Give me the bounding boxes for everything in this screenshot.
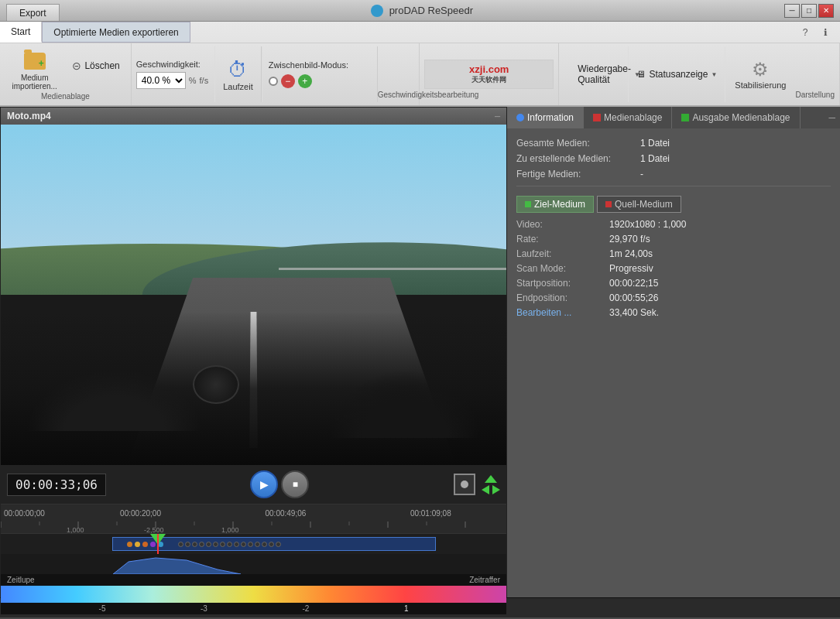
delete-button[interactable]: ⊝ Löschen <box>67 58 124 74</box>
minimize-button[interactable]: ─ <box>784 4 800 18</box>
right-panel-minimize[interactable]: ─ <box>824 107 840 128</box>
empty-dot-3 <box>192 542 197 547</box>
speed-row: 40.0 % % f/s <box>136 72 208 89</box>
rate-detail-value: 29,970 f/s <box>609 234 650 245</box>
play-button[interactable]: ▶ <box>250 470 278 498</box>
help-icon[interactable]: ? <box>797 24 814 41</box>
zeitraffer-label: Zeitraffer <box>469 576 500 584</box>
quell-medium-label: Quell-Medium <box>615 199 673 210</box>
empty-dot-14 <box>269 542 274 547</box>
ribbon-tab-start[interactable]: Start <box>0 22 42 43</box>
empty-dot-12 <box>255 542 260 547</box>
video-minimize-icon[interactable]: ─ <box>495 112 500 121</box>
speed-curve-row <box>1 554 506 574</box>
ribbon-tab-optimized[interactable]: Optimierte Medien exportieren <box>42 22 190 43</box>
time-display: 00:00:33;06 <box>7 474 106 496</box>
bearbeiten-detail-value: 33,400 Sek. <box>609 307 659 318</box>
speedometer <box>193 365 239 404</box>
tab-medienablage-label: Medienablage <box>604 112 662 123</box>
watermark-line1: xzji.com <box>431 63 547 75</box>
video-detail-label: Video: <box>516 219 609 230</box>
empty-dot-5 <box>206 542 211 547</box>
close-button[interactable]: ✕ <box>818 4 834 18</box>
nav-controls <box>482 475 500 494</box>
wiedergabe-button[interactable]: Wiedergabe-Qualität ▼ <box>571 62 620 87</box>
empty-dot-8 <box>227 542 232 547</box>
medium-tabs: Ziel-Medium Quell-Medium <box>516 196 831 213</box>
start-detail-value: 00:00:22;15 <box>609 278 658 289</box>
empty-dot-11 <box>248 542 253 547</box>
speed-gradient-section: Zeitlupe Zeitraffer -5 -3 -2 1 <box>1 574 506 614</box>
radio-off[interactable] <box>269 77 278 86</box>
laufzeit-button[interactable]: ⏱ Laufzeit <box>215 46 262 102</box>
end-detail-value: 00:00:55;26 <box>609 292 658 303</box>
ribbon: Start Optimierte Medien exportieren ? ℹ … <box>0 22 840 107</box>
restore-button[interactable]: □ <box>801 4 817 18</box>
nav-arrows-lr <box>482 485 500 494</box>
zu-erstellende-row: Zu erstellende Medien: 1 Datei <box>516 153 831 164</box>
zwischenbild-controls: − + <box>269 74 369 88</box>
timeline-tracks[interactable]: 1,000 -2,500 1,000 <box>1 522 506 574</box>
info-icon[interactable]: ℹ <box>817 24 834 41</box>
empty-dot-2 <box>185 542 190 547</box>
svg-text:-2,500: -2,500 <box>144 526 164 534</box>
rate-detail-label: Rate: <box>516 234 609 245</box>
zu-erstellende-label: Zu erstellende Medien: <box>516 153 640 164</box>
folder-icon-shape: + <box>24 53 46 70</box>
end-detail-label: Endposition: <box>516 292 609 303</box>
app-icon <box>371 5 383 17</box>
speed-dropdown[interactable]: 40.0 % <box>136 72 186 89</box>
video-title-bar: Moto.mp4 ─ <box>1 108 506 125</box>
ribbon-right-icons: ? ℹ <box>797 22 840 43</box>
toggle-minus-button[interactable]: − <box>281 74 295 88</box>
ribbon-group-darstellung: Wiedergabe-Qualität ▼ 🖥 Statusanzeige ▼ … <box>559 43 840 105</box>
stop-button[interactable]: ■ <box>281 470 309 498</box>
video-detail-value: 1920x1080 : 1,000 <box>609 219 686 230</box>
record-button[interactable] <box>454 474 475 495</box>
gesamte-value: 1 Datei <box>640 138 670 149</box>
tab-information[interactable]: Information <box>507 107 584 128</box>
divider <box>516 186 831 186</box>
wiedergabe-group: Wiedergabe-Qualität ▼ <box>564 46 629 102</box>
toggle-plus-button[interactable]: + <box>298 74 312 88</box>
bearbeiten-detail-label[interactable]: Bearbeiten ... <box>516 307 609 318</box>
medien-tab-dot <box>593 114 601 121</box>
app-title: proDAD ReSpeedr <box>389 5 473 16</box>
export-tab[interactable]: Export <box>6 4 60 21</box>
ribbon-group-medienablage: + Medium importieren... ⊝ Löschen Medien… <box>0 43 132 105</box>
wiedergabe-label: Wiedergabe-Qualität <box>578 63 631 85</box>
nav-up-arrow[interactable] <box>485 475 497 483</box>
laufzeit-detail-row: Laufzeit: 1m 24,00s <box>516 248 831 259</box>
ziel-medium-tab[interactable]: Ziel-Medium <box>516 196 594 213</box>
gray-dots <box>178 542 281 547</box>
laufzeit-detail-label: Laufzeit: <box>516 248 609 259</box>
dot-orange <box>127 542 132 547</box>
gear-icon: ⚙ <box>752 59 769 80</box>
empty-dot-7 <box>220 542 225 547</box>
video-panel: Moto.mp4 ─ 00:00:33;06 <box>0 107 507 597</box>
stabil-label: Stabilisierung <box>735 80 786 90</box>
quell-medium-tab[interactable]: Quell-Medium <box>597 196 681 213</box>
speed-tick--2: -2 <box>302 604 309 613</box>
zu-erstellende-value: 1 Datei <box>640 153 670 164</box>
tab-information-label: Information <box>527 112 574 123</box>
dot-yellow <box>135 542 140 547</box>
import-button[interactable]: + Medium importieren... <box>6 47 63 92</box>
svg-text:1,000: 1,000 <box>67 526 84 534</box>
speed-unit-fps: f/s <box>200 76 209 85</box>
ziel-dot <box>525 201 531 207</box>
stabilisierung-button[interactable]: ⚙ Stabilisierung <box>725 46 795 102</box>
tab-ausgabe[interactable]: Ausgabe Medienablage <box>672 107 800 128</box>
status-button[interactable]: 🖥 Statusanzeige ▼ <box>636 69 717 80</box>
speed-tick--3: -3 <box>201 604 207 613</box>
rate-detail-row: Rate: 29,970 f/s <box>516 234 831 245</box>
watermark-subtext: 天天软件网 <box>431 75 547 85</box>
nav-right-arrow[interactable] <box>492 485 500 494</box>
tab-medienablage[interactable]: Medienablage <box>584 107 672 128</box>
bearbeiten-detail-row: Bearbeiten ... 33,400 Sek. <box>516 307 831 318</box>
laufzeit-label: Laufzeit <box>223 82 253 91</box>
nav-left-arrow[interactable] <box>482 485 489 494</box>
zwischenbild-label: Zwischenbild-Modus: <box>269 60 369 70</box>
darstellung-group-label: Darstellung <box>795 91 835 101</box>
svg-text:1,000: 1,000 <box>221 526 239 534</box>
